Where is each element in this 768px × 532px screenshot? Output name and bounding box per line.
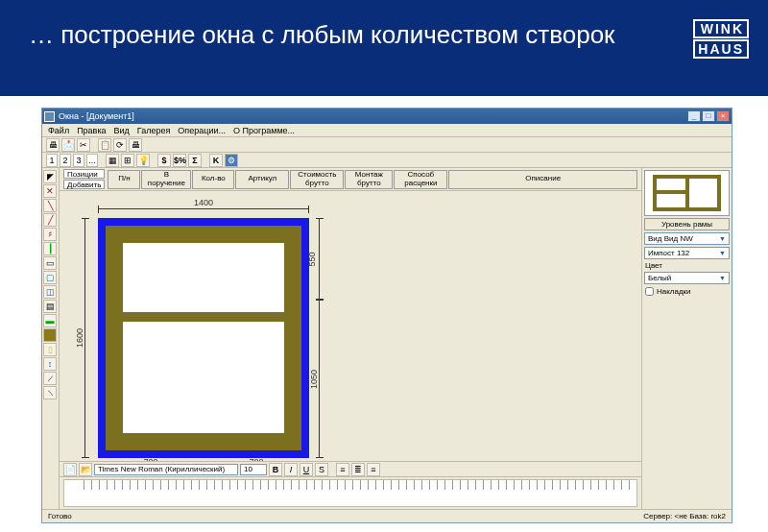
- tb-dollar-icon[interactable]: $: [157, 154, 171, 167]
- pane-bottom-right[interactable]: [202, 322, 284, 433]
- overlay-label: Накладки: [657, 287, 691, 296]
- frame-level-button[interactable]: Уровень рамы: [644, 218, 730, 230]
- dim-top: 1400: [98, 208, 309, 218]
- tool-fill-icon[interactable]: ▤: [43, 300, 57, 313]
- tool-green1-icon[interactable]: ▬: [43, 314, 57, 327]
- fmt-italic-button[interactable]: I: [284, 463, 298, 476]
- right-panel: Уровень рамы Вид Вид NW▼ Импост 132▼ Цве…: [641, 168, 732, 509]
- tb-layout-icon[interactable]: ⊞: [121, 154, 134, 167]
- col-method[interactable]: Способ расценки: [394, 170, 447, 189]
- dim-right-bot: 1050: [319, 300, 328, 458]
- drawing-canvas[interactable]: 1400 550 1050 1600 700 700: [60, 191, 641, 461]
- size-select[interactable]: 10: [240, 464, 267, 475]
- minimize-button[interactable]: _: [687, 110, 701, 122]
- header-row: Позиции Добавить П/н В поручение Кол-во …: [60, 168, 641, 191]
- tool-move-icon[interactable]: ↕: [43, 357, 57, 371]
- col-pn[interactable]: П/н: [108, 170, 140, 189]
- tb-num-2[interactable]: 2: [60, 154, 71, 167]
- dim-right-top: 550: [319, 218, 328, 300]
- tb-num-3[interactable]: 3: [73, 154, 84, 167]
- status-server: Сервер: <не База: rok2: [643, 512, 726, 520]
- menu-file[interactable]: Файл: [48, 126, 69, 135]
- col-desc[interactable]: Описание: [448, 170, 637, 189]
- pane-bottom-left[interactable]: [123, 322, 205, 433]
- toolbar-2: 1 2 3 ... ▦ ⊞ 💡 $ $% Σ K ⚙: [42, 153, 732, 168]
- fmt-open-icon[interactable]: 📂: [79, 463, 92, 476]
- dropdown-icon: ▼: [719, 275, 726, 281]
- tb-num-more[interactable]: ...: [86, 154, 98, 167]
- ruler: [84, 480, 633, 490]
- tool-line2-icon[interactable]: ╱: [43, 213, 57, 227]
- text-panel: 📄 📂 Times New Roman (Кириллический) 10 B…: [60, 461, 641, 509]
- menu-gallery[interactable]: Галерея: [137, 126, 171, 135]
- close-button[interactable]: ×: [716, 110, 730, 122]
- menu-view[interactable]: Вид: [114, 126, 130, 135]
- fmt-new-icon[interactable]: 📄: [63, 463, 77, 476]
- tool-vbar-icon[interactable]: ┃: [43, 242, 57, 255]
- text-editor[interactable]: [63, 479, 637, 507]
- fmt-bold-button[interactable]: B: [269, 463, 282, 476]
- tb-sigma-icon[interactable]: Σ: [188, 154, 202, 167]
- tb-paste-icon[interactable]: 📋: [98, 138, 111, 152]
- pane-top[interactable]: [123, 243, 284, 312]
- tb-print2-icon[interactable]: 🖶: [129, 138, 142, 152]
- window-model[interactable]: [98, 218, 309, 458]
- tool-olive-icon[interactable]: [43, 328, 57, 342]
- menu-operations[interactable]: Операции...: [178, 126, 226, 135]
- statusbar: Готово Сервер: <не База: rok2: [42, 509, 732, 522]
- maximize-button[interactable]: □: [702, 110, 715, 122]
- tb-print-icon[interactable]: 🖶: [46, 138, 60, 152]
- col-article[interactable]: Артикул: [235, 170, 289, 189]
- fmt-align-right-icon[interactable]: ≡: [367, 463, 380, 476]
- tool-curve1-icon[interactable]: ⟋: [43, 372, 57, 385]
- app-window: Окна - [Документ1] _ □ × Файл Правка Вид…: [41, 108, 732, 523]
- menu-edit[interactable]: Правка: [77, 126, 106, 135]
- tb-bulb-icon[interactable]: 💡: [136, 154, 150, 167]
- tb-num-1[interactable]: 1: [46, 154, 58, 167]
- tb-refresh-icon[interactable]: ⟳: [113, 138, 127, 152]
- color-label: Цвет: [644, 261, 730, 270]
- tool-delete-icon[interactable]: ✕: [43, 184, 57, 198]
- tb-mail-icon[interactable]: 📩: [61, 138, 75, 152]
- font-select[interactable]: Times New Roman (Кириллический): [94, 464, 238, 475]
- toolbar-1: 🖶 📩 ✂ 📋 ⟳ 🖶: [42, 137, 732, 153]
- tb-gear-icon[interactable]: ⚙: [225, 154, 238, 167]
- status-ready: Готово: [48, 512, 72, 520]
- fmt-align-left-icon[interactable]: ≡: [336, 463, 349, 476]
- color-select[interactable]: Белый▼: [644, 272, 730, 284]
- slide-title: … построение окна с любым количеством ст…: [29, 19, 615, 51]
- tool-line1-icon[interactable]: ╲: [43, 199, 57, 212]
- tab-add[interactable]: Добавить: [63, 180, 105, 189]
- impost-select[interactable]: Импост 132▼: [644, 247, 730, 259]
- tb-k-icon[interactable]: K: [209, 154, 223, 167]
- fmt-align-center-icon[interactable]: ≣: [351, 463, 365, 476]
- tool-sash-icon[interactable]: ▢: [43, 271, 57, 284]
- tool-grid-icon[interactable]: ♯: [43, 228, 57, 241]
- window-preview[interactable]: [644, 170, 730, 216]
- menubar: Файл Правка Вид Галерея Операции... О Пр…: [42, 124, 732, 137]
- tool-rect-icon[interactable]: ▭: [43, 256, 57, 270]
- window-title: Окна - [Документ1]: [59, 111, 134, 121]
- tb-dollar-pct-icon[interactable]: $%: [173, 154, 186, 167]
- tool-highlight-icon[interactable]: ▯: [43, 343, 57, 356]
- tab-positions[interactable]: Позиции: [63, 169, 105, 179]
- overlay-checkbox[interactable]: [645, 287, 654, 296]
- profile-select[interactable]: Вид Вид NW▼: [644, 232, 730, 245]
- dim-left: 1600: [84, 218, 94, 458]
- fmt-underline-button[interactable]: U: [300, 463, 313, 476]
- col-cost[interactable]: Стоимость брутто: [290, 170, 344, 189]
- col-order[interactable]: В поручение: [141, 170, 191, 189]
- tool-curve2-icon[interactable]: ⟍: [43, 386, 57, 399]
- col-mount[interactable]: Монтаж брутто: [345, 170, 393, 189]
- menu-about[interactable]: О Программе...: [233, 126, 295, 135]
- app-icon: [44, 111, 55, 122]
- tb-cut-icon[interactable]: ✂: [77, 138, 90, 152]
- col-qty[interactable]: Кол-во: [192, 170, 234, 189]
- brand-logo: WINK HAUS: [693, 19, 749, 60]
- tool-pointer-icon[interactable]: ◤: [43, 170, 57, 183]
- fmt-strike-button[interactable]: S: [315, 463, 328, 476]
- titlebar: Окна - [Документ1] _ □ ×: [42, 109, 732, 124]
- left-toolbox: ◤ ✕ ╲ ╱ ♯ ┃ ▭ ▢ ◫ ▤ ▬ ▯ ↕ ⟋ ⟍: [42, 168, 60, 509]
- tool-glass-icon[interactable]: ◫: [43, 285, 57, 299]
- tb-grid-icon[interactable]: ▦: [106, 154, 119, 167]
